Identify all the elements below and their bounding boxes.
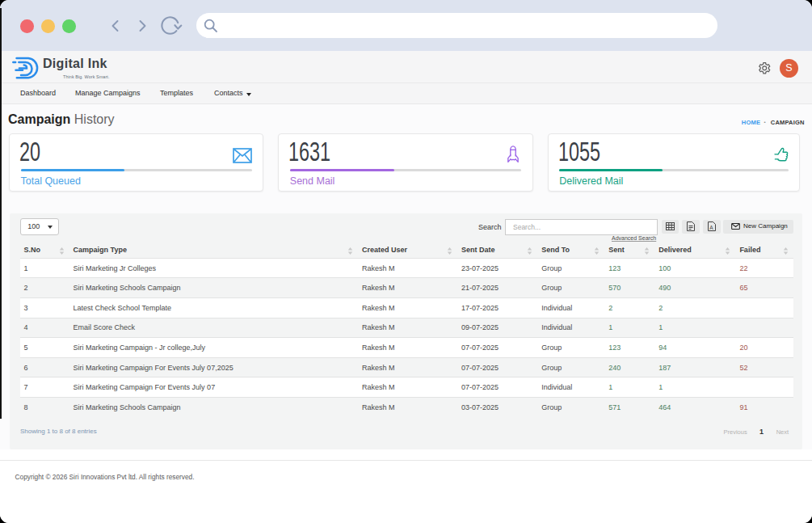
svg-text:A: A [709, 225, 713, 230]
